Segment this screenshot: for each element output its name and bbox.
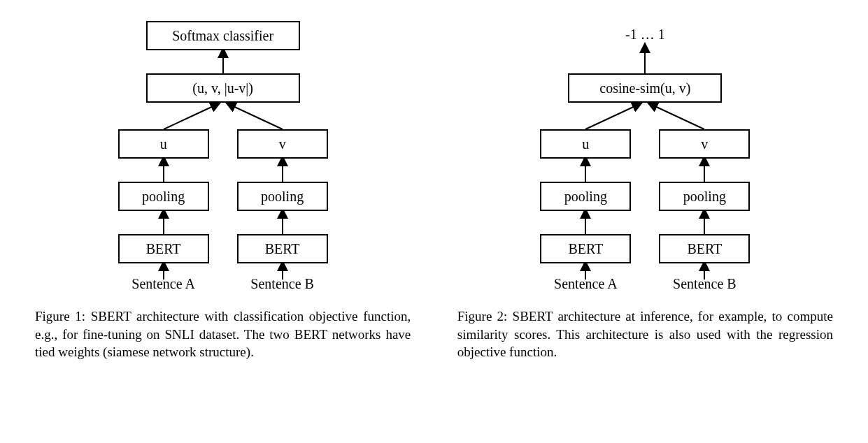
sentence-a-label: Sentence A bbox=[118, 276, 209, 292]
figures-container: Softmax classifier (u, v, |u-v|) u v poo… bbox=[28, 14, 840, 361]
sentence-b-label: Sentence B bbox=[237, 276, 328, 292]
pooling-a-box: pooling bbox=[118, 182, 209, 211]
pooling-b-box: pooling bbox=[237, 182, 328, 211]
u-embedding-box: u bbox=[540, 129, 631, 159]
figure-1-diagram: Softmax classifier (u, v, |u-v|) u v poo… bbox=[76, 14, 370, 293]
output-range-label: -1 … 1 bbox=[596, 27, 694, 43]
bert-b-box: BERT bbox=[237, 234, 328, 263]
svg-line-2 bbox=[164, 105, 216, 129]
softmax-classifier-box: Softmax classifier bbox=[146, 21, 300, 50]
figure-1: Softmax classifier (u, v, |u-v|) u v poo… bbox=[28, 14, 418, 361]
figure-1-caption: Figure 1: SBERT architecture with classi… bbox=[28, 307, 418, 361]
cosine-sim-box: cosine-sim(u, v) bbox=[568, 73, 722, 103]
figure-2: -1 … 1 cosine-sim(u, v) u v pooling pool… bbox=[450, 14, 840, 361]
figure-2-diagram: -1 … 1 cosine-sim(u, v) u v pooling pool… bbox=[498, 14, 792, 293]
sentence-a-label: Sentence A bbox=[540, 276, 631, 292]
u-embedding-box: u bbox=[118, 129, 209, 159]
v-embedding-box: v bbox=[237, 129, 328, 159]
concat-box: (u, v, |u-v|) bbox=[146, 73, 300, 103]
svg-line-13 bbox=[652, 105, 704, 129]
sentence-b-label: Sentence B bbox=[659, 276, 750, 292]
pooling-b-box: pooling bbox=[659, 182, 750, 211]
bert-b-box: BERT bbox=[659, 234, 750, 263]
bert-a-box: BERT bbox=[118, 234, 209, 263]
figure-2-caption: Figure 2: SBERT architecture at inferenc… bbox=[450, 307, 840, 361]
v-embedding-box: v bbox=[659, 129, 750, 159]
svg-line-3 bbox=[230, 105, 283, 129]
pooling-a-box: pooling bbox=[540, 182, 631, 211]
svg-line-12 bbox=[585, 105, 638, 129]
bert-a-box: BERT bbox=[540, 234, 631, 263]
